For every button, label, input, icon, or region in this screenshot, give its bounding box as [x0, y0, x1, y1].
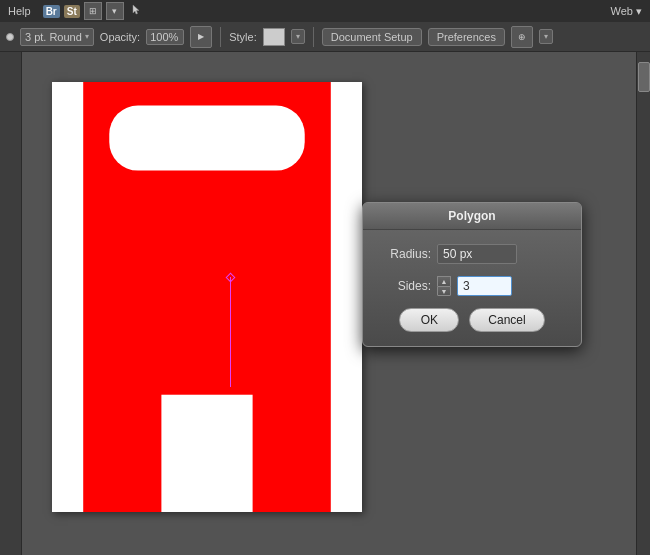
style-color-box[interactable]	[263, 28, 285, 46]
preferences-button[interactable]: Preferences	[428, 28, 505, 46]
toolbar-divider-1	[220, 27, 221, 47]
sides-input[interactable]	[457, 276, 512, 296]
main-area: Polygon Radius: Sides: ▲ ▼	[0, 52, 650, 555]
dialog-title: Polygon	[448, 209, 495, 223]
svg-rect-1	[109, 105, 304, 170]
extra-dropdown-arrow: ▾	[544, 32, 548, 41]
opacity-label: Opacity:	[100, 31, 140, 43]
sides-label: Sides:	[379, 279, 431, 293]
dialog-body: Radius: Sides: ▲ ▼ OK Cancel	[363, 230, 581, 346]
extra-dropdown[interactable]: ▾	[539, 29, 553, 44]
menu-bar-right: Web ▾	[611, 5, 642, 18]
toolbar-divider-2	[313, 27, 314, 47]
cancel-button[interactable]: Cancel	[469, 308, 544, 332]
dialog-titlebar: Polygon	[363, 203, 581, 230]
brush-type-label: Round	[49, 31, 81, 43]
menu-icon-group: Br St ⊞ ▾	[43, 2, 146, 20]
menu-help[interactable]: Help	[8, 5, 31, 17]
radius-input[interactable]	[437, 244, 517, 264]
svg-rect-2	[161, 395, 252, 512]
canvas-page	[52, 82, 362, 512]
opacity-arrow[interactable]: ▶	[190, 26, 212, 48]
scrollbar-thumb[interactable]	[638, 62, 650, 92]
dialog-buttons: OK Cancel	[379, 308, 565, 332]
red-shape-svg	[52, 82, 362, 512]
web-dropdown-arrow: ▾	[636, 5, 642, 17]
toolbar: 3 pt. Round ▾ Opacity: ▶ Style: ▾ Docume…	[0, 22, 650, 52]
document-setup-button[interactable]: Document Setup	[322, 28, 422, 46]
style-dropdown-arrow: ▾	[296, 32, 300, 41]
brush-dropdown-arrow: ▾	[85, 32, 89, 41]
sides-spinner: ▲ ▼	[437, 276, 451, 296]
tool-indicator	[6, 33, 14, 41]
menu-bar-left: Help Br St ⊞ ▾	[8, 2, 146, 20]
style-dropdown[interactable]: ▾	[291, 29, 305, 44]
opacity-input[interactable]	[146, 29, 184, 45]
left-toolbar	[0, 52, 22, 555]
radius-row: Radius:	[379, 244, 565, 264]
menu-bar: Help Br St ⊞ ▾ Web ▾	[0, 0, 650, 22]
extra-icon[interactable]: ⊕	[511, 26, 533, 48]
radius-label: Radius:	[379, 247, 431, 261]
grid-icon[interactable]: ⊞	[84, 2, 102, 20]
canvas-area[interactable]: Polygon Radius: Sides: ▲ ▼	[22, 52, 636, 555]
sides-decrement-btn[interactable]: ▼	[437, 286, 451, 296]
brush-size-label: 3 pt.	[25, 31, 46, 43]
sides-increment-btn[interactable]: ▲	[437, 276, 451, 286]
ok-button[interactable]: OK	[399, 308, 459, 332]
br-icon[interactable]: Br	[43, 5, 60, 18]
cursor-tool-icon[interactable]	[128, 2, 146, 20]
web-label[interactable]: Web	[611, 5, 633, 17]
style-label: Style:	[229, 31, 257, 43]
sides-row: Sides: ▲ ▼	[379, 276, 565, 296]
cursor-line	[230, 277, 231, 387]
brush-size-dropdown[interactable]: 3 pt. Round ▾	[20, 28, 94, 46]
st-icon[interactable]: St	[64, 5, 80, 18]
polygon-dialog: Polygon Radius: Sides: ▲ ▼	[362, 202, 582, 347]
scrollbar-right[interactable]	[636, 52, 650, 555]
dropdown-arrow-icon[interactable]: ▾	[106, 2, 124, 20]
